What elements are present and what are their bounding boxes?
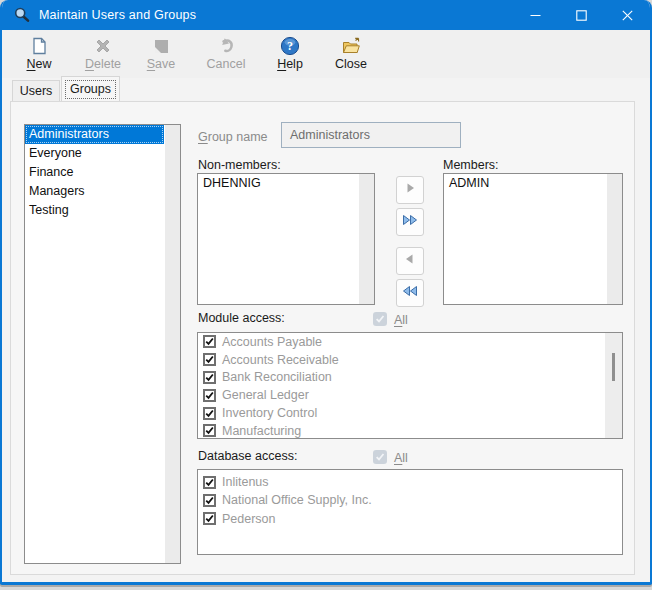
checked-checkbox: [203, 353, 216, 366]
tab-label: Groups: [70, 82, 111, 96]
module-row: Manufacturing: [198, 422, 622, 439]
module-name: Manufacturing: [222, 424, 301, 438]
svg-text:?: ?: [287, 39, 293, 53]
database-name: Pederson: [222, 512, 276, 526]
new-document-icon: [29, 36, 49, 56]
label-text: ew: [36, 57, 52, 71]
double-arrow-left-icon: [401, 283, 419, 303]
database-row: Pederson: [198, 510, 622, 528]
group-name-label: Group name: [198, 130, 268, 144]
add-member-button: [396, 176, 424, 204]
module-row: Accounts Payable: [198, 333, 622, 351]
database-access-all-label: All: [394, 451, 408, 465]
group-list-item[interactable]: Finance: [25, 163, 164, 182]
database-access-all-checkbox: [373, 450, 387, 464]
arrow-left-icon: [402, 251, 418, 271]
module-name: Accounts Receivable: [222, 353, 339, 367]
database-row: Inlitenus: [198, 473, 622, 491]
tab-groups[interactable]: Groups: [61, 76, 120, 101]
window-title: Maintain Users and Groups: [39, 8, 196, 22]
members-label: Members:: [443, 158, 499, 172]
group-list-item[interactable]: Administrators: [25, 125, 164, 144]
checked-checkbox: [203, 407, 216, 420]
label-text: elete: [94, 57, 121, 71]
double-arrow-right-icon: [401, 212, 419, 232]
remove-member-button: [396, 247, 424, 275]
maintain-users-groups-window: Maintain Users and Groups New Delete: [0, 0, 652, 585]
checked-checkbox: [203, 512, 216, 525]
open-folder-icon: [341, 36, 361, 56]
label-text: ave: [155, 57, 175, 71]
label-text: elp: [286, 57, 303, 71]
checked-checkbox: [203, 389, 216, 402]
non-member-item[interactable]: DHENNIG: [198, 174, 358, 193]
group-list-item[interactable]: Testing: [25, 201, 164, 220]
cancel-button-label: Cancel: [207, 57, 246, 71]
checked-checkbox: [203, 494, 216, 507]
minimize-button[interactable]: [512, 0, 558, 30]
delete-x-icon: [93, 36, 113, 56]
new-button[interactable]: New: [16, 33, 62, 77]
label-text: Close: [335, 57, 367, 71]
delete-button: Delete: [77, 33, 129, 77]
arrow-right-icon: [402, 180, 418, 200]
help-button[interactable]: ? Help: [265, 33, 315, 77]
scrollbar[interactable]: [165, 125, 180, 563]
group-name-field: Administrators: [281, 122, 461, 148]
module-access-list: Accounts Payable Accounts Receivable Ban…: [197, 332, 623, 439]
module-name: Bank Reconciliation: [222, 370, 332, 384]
label-text: roup name: [208, 130, 268, 144]
checked-checkbox: [203, 371, 216, 384]
module-row: Bank Reconciliation: [198, 369, 622, 387]
delete-button-label: Delete: [85, 57, 121, 71]
tab-strip: Users Groups: [2, 78, 650, 101]
module-row: Inventory Control: [198, 404, 622, 422]
caption-buttons: [512, 0, 650, 30]
module-name: Inventory Control: [222, 406, 317, 420]
title-bar: Maintain Users and Groups: [2, 0, 650, 30]
checked-checkbox: [203, 335, 216, 348]
database-row: National Office Supply, Inc.: [198, 491, 622, 509]
checked-checkbox: [203, 476, 216, 489]
non-members-label: Non-members:: [198, 158, 281, 172]
group-list-item[interactable]: Managers: [25, 182, 164, 201]
scrollbar[interactable]: [607, 174, 622, 304]
checked-checkbox: [203, 424, 216, 437]
label-text: G: [198, 130, 208, 144]
database-name: National Office Supply, Inc.: [222, 493, 372, 507]
save-button: Save: [138, 33, 184, 77]
undo-arrow-icon: [216, 36, 236, 56]
add-all-members-button[interactable]: [396, 208, 424, 236]
database-access-label: Database access:: [198, 449, 297, 463]
cancel-button: Cancel: [198, 33, 254, 77]
module-row: Accounts Receivable: [198, 351, 622, 369]
members-list: ADMIN: [443, 173, 623, 305]
scrollbar[interactable]: [605, 333, 622, 438]
close-button-label: Close: [335, 57, 367, 71]
groups-list: Administrators Everyone Finance Managers…: [24, 124, 181, 564]
toolbar: New Delete Save Cancel ? Help: [2, 30, 650, 78]
new-button-label: New: [26, 57, 51, 71]
label-text: S: [147, 57, 155, 71]
module-access-all-label: All: [394, 313, 408, 327]
module-name: Accounts Payable: [222, 335, 322, 349]
scrollbar[interactable]: [359, 174, 374, 304]
tab-label: Users: [20, 84, 53, 98]
member-item[interactable]: ADMIN: [444, 174, 606, 193]
groups-tab-panel: Administrators Everyone Finance Managers…: [10, 101, 635, 575]
label-text: N: [26, 57, 35, 71]
scrollbar-thumb[interactable]: [612, 353, 615, 381]
check-icon: [375, 314, 385, 324]
non-members-list: DHENNIG: [197, 173, 375, 305]
maximize-button[interactable]: [558, 0, 604, 30]
close-window-button[interactable]: [604, 0, 650, 30]
close-button[interactable]: Close: [326, 33, 376, 77]
group-list-item[interactable]: Everyone: [25, 144, 164, 163]
remove-all-members-button[interactable]: [396, 279, 424, 307]
help-button-label: Help: [277, 57, 303, 71]
database-name: Inlitenus: [222, 475, 269, 489]
label-text: D: [85, 57, 94, 71]
magnifier-icon: [14, 7, 30, 23]
tab-users[interactable]: Users: [12, 80, 60, 101]
help-question-icon: ?: [280, 36, 300, 56]
